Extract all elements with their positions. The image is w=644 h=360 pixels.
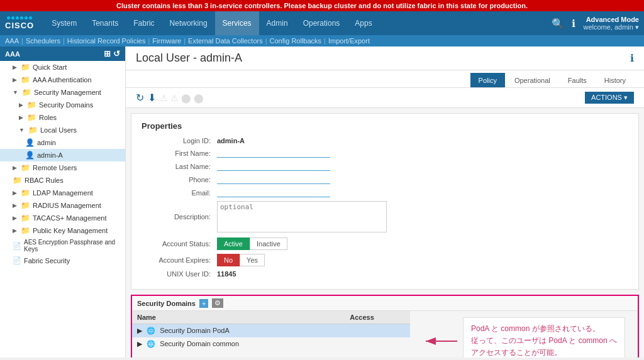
domain-access-cell	[345, 337, 410, 351]
nav-apps[interactable]: Apps	[347, 11, 379, 35]
sidebar-item-security-mgmt[interactable]: ▼ 📁 Security Management	[0, 86, 125, 99]
content: Local User - admin-A ℹ Policy Operationa…	[126, 46, 644, 357]
sidebar-item-public-key[interactable]: ▶ 📁 Public Key Management	[0, 224, 125, 237]
sidebar-item-rbac[interactable]: 📁 RBAC Rules	[0, 174, 125, 187]
sidebar-title: AAA	[5, 50, 20, 58]
doc-icon: 📄	[13, 256, 21, 265]
sidebar-item-roles[interactable]: ▶ 📁 Roles	[0, 111, 125, 124]
sidebar-item-aaa-auth[interactable]: ▶ 📁 AAA Authentication	[0, 74, 125, 86]
tab-operational[interactable]: Operational	[506, 73, 558, 87]
sidebar-label: TACACS+ Management	[33, 214, 107, 222]
first-name-input[interactable]	[217, 148, 330, 158]
sidebar-label: AAA Authentication	[33, 76, 92, 84]
sidebar-item-admin-a[interactable]: 👤 admin-A	[0, 149, 125, 161]
domain-name: Security Domain common	[160, 340, 239, 347]
nav-tenants[interactable]: Tenants	[84, 11, 126, 35]
phone-input[interactable]	[217, 175, 330, 184]
sidebar-item-security-domains[interactable]: ▶ 📁 Security Domains	[0, 99, 125, 111]
folder-icon: 📁	[21, 163, 30, 172]
sidebar-item-radius[interactable]: ▶ 📁 RADIUS Management	[0, 199, 125, 212]
sec-nav-schedulers[interactable]: Schedulers	[26, 37, 60, 45]
callout-text: PodA と common が参照されている。 従って、このユーザは PodA …	[463, 317, 625, 357]
btn-inactive[interactable]: Inactive	[250, 237, 287, 250]
nav-fabric[interactable]: Fabric	[126, 11, 162, 35]
nav-admin[interactable]: Admin	[259, 11, 296, 35]
doc-icon: 📄	[13, 242, 21, 250]
sidebar-item-local-users[interactable]: ▼ 📁 Local Users	[0, 124, 125, 136]
user-icon: 👤	[25, 151, 35, 160]
expand-arrow[interactable]: ▶	[137, 327, 142, 334]
sidebar-item-quick-start[interactable]: ▶ 📁 Quick Start	[0, 61, 125, 74]
sidebar-item-remote-users[interactable]: ▶ 📁 Remote Users	[0, 161, 125, 174]
domain-icon: 🌐	[147, 340, 155, 347]
sec-nav-aaa[interactable]: AAA	[5, 37, 19, 45]
sidebar-refresh-icon[interactable]: ↺	[113, 49, 120, 58]
first-name-label: First Name:	[142, 150, 217, 157]
nav-networking[interactable]: Networking	[162, 11, 215, 35]
expand-arrow[interactable]: ▶	[137, 340, 142, 347]
security-domains-panel: Security Domains + ⚙ Name Access	[131, 295, 639, 357]
first-name-row: First Name:	[142, 148, 628, 158]
sec-nav-firmware[interactable]: Firmware	[152, 37, 181, 45]
table-row[interactable]: ▶ 🌐 Security Domain PodA	[132, 324, 410, 338]
cisco-logo: CISCO	[5, 16, 34, 30]
domain-settings-button[interactable]: ⚙	[212, 298, 223, 308]
content-info-icon[interactable]: ℹ	[630, 52, 634, 64]
description-label: Description:	[142, 213, 217, 221]
sidebar-item-aes[interactable]: 📄 AES Encryption Passphrase and Keys	[0, 237, 125, 254]
nav-items: System Tenants Fabric Networking Service…	[44, 11, 552, 35]
sidebar-label: Fabric Security	[24, 257, 70, 265]
sidebar-label: Quick Start	[33, 63, 67, 71]
nav-services[interactable]: Services	[215, 11, 259, 35]
sidebar-label: LDAP Management	[33, 189, 93, 197]
arrow-icon: ▶	[19, 102, 23, 108]
actions-button[interactable]: ACTIONS ▾	[585, 92, 634, 104]
security-domains-table: Name Access ▶ 🌐 Security Domain PodA	[132, 311, 410, 351]
btn-no[interactable]: No	[217, 254, 240, 266]
search-icon[interactable]: 🔍	[552, 18, 564, 30]
domain-name: Security Domain PodA	[160, 327, 230, 334]
cisco-name: CISCO	[5, 21, 34, 30]
email-input[interactable]	[217, 188, 330, 197]
sec-nav-import[interactable]: Import/Export	[328, 37, 370, 45]
warning-icon2: ⚠	[170, 93, 179, 103]
refresh-icon[interactable]: ↻	[136, 92, 144, 104]
unix-user-id-row: UNIX User ID: 11845	[142, 270, 628, 278]
table-row[interactable]: ▶ 🌐 Security Domain common	[132, 337, 410, 351]
unix-user-id-label: UNIX User ID:	[142, 270, 217, 278]
folder-icon: 📁	[21, 226, 30, 235]
sec-nav-collectors[interactable]: External Data Collectors	[188, 37, 263, 45]
sidebar-label: AES Encryption Passphrase and Keys	[24, 239, 121, 253]
sidebar-item-admin[interactable]: 👤 admin	[0, 136, 125, 149]
last-name-label: Last Name:	[142, 163, 217, 170]
btn-active[interactable]: Active	[217, 237, 250, 250]
nav-operations[interactable]: Operations	[296, 11, 348, 35]
last-name-input[interactable]	[217, 161, 330, 171]
phone-label: Phone:	[142, 176, 217, 183]
sidebar-label: Public Key Management	[33, 227, 108, 234]
actions-label: ACTIONS ▾	[591, 94, 628, 102]
sec-nav-rollbacks[interactable]: Config Rollbacks	[270, 37, 322, 45]
sidebar-label: Remote Users	[33, 164, 77, 172]
content-header: Local User - admin-A ℹ	[126, 46, 644, 70]
description-input[interactable]	[217, 201, 387, 232]
arrow-icon: ▶	[13, 165, 17, 171]
sidebar-grid-icon[interactable]: ⊞	[104, 49, 111, 58]
tab-faults[interactable]: Faults	[560, 73, 595, 87]
sidebar-item-ldap[interactable]: ▶ 📁 LDAP Management	[0, 187, 125, 199]
nav-system[interactable]: System	[44, 11, 84, 35]
btn-yes[interactable]: Yes	[240, 254, 265, 266]
account-expires-label: Account Expires:	[142, 256, 217, 264]
email-row: Email:	[142, 188, 628, 197]
arrow-icon: ▶	[13, 64, 17, 70]
tab-history[interactable]: History	[596, 73, 634, 87]
folder-icon: 📁	[22, 88, 31, 97]
download-icon[interactable]: ⬇	[148, 92, 156, 104]
info-icon[interactable]: ℹ	[572, 18, 575, 30]
tab-policy[interactable]: Policy	[470, 73, 505, 87]
add-domain-button[interactable]: +	[199, 299, 208, 308]
sidebar-item-tacacs[interactable]: ▶ 📁 TACACS+ Management	[0, 212, 125, 224]
sec-nav-historical[interactable]: Historical Record Policies	[67, 37, 146, 45]
sidebar-item-fabric-security[interactable]: 📄 Fabric Security	[0, 254, 125, 266]
callout-arrow-icon	[423, 332, 460, 351]
